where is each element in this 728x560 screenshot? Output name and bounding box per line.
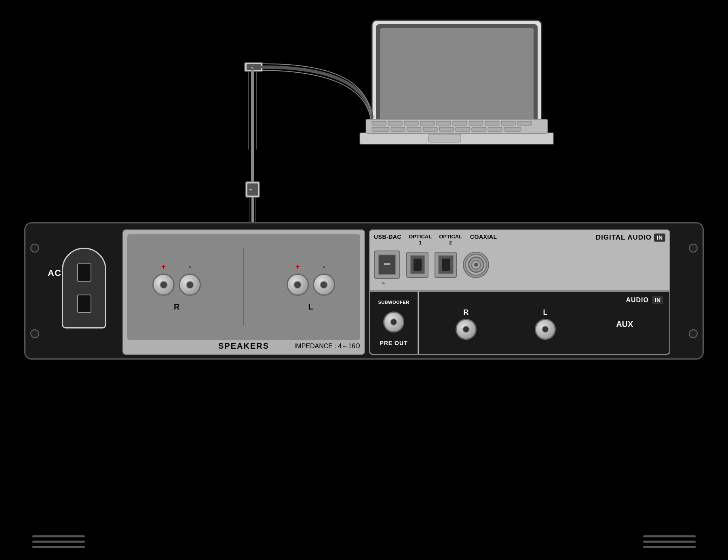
svg-rect-22 (488, 127, 502, 131)
svg-rect-14 (517, 121, 532, 125)
optical2-hole (442, 259, 450, 271)
svg-rect-8 (420, 121, 435, 125)
usb-b-inner: ▬ (378, 255, 396, 275)
terminal-group-l: + - L (287, 263, 335, 312)
digital-section: USB-DAC OPTICAL1 OPTICAL2 COAXIAL ▬ (369, 229, 670, 355)
svg-rect-26 (247, 64, 261, 70)
svg-rect-18 (423, 127, 437, 131)
svg-rect-5 (372, 121, 386, 125)
rca-r-label: R (463, 308, 468, 317)
bottom-lines-left (32, 535, 85, 548)
svg-rect-0 (372, 20, 542, 133)
audio-in-section: AUDIO IN R L AUX (419, 291, 669, 354)
svg-rect-7 (404, 121, 418, 125)
l-plus-knob[interactable] (287, 274, 309, 296)
pre-out-section: SUBWOOFER PRE OUT (370, 291, 418, 354)
optical1-port[interactable] (406, 252, 428, 278)
svg-rect-13 (501, 121, 515, 125)
svg-text:⌁: ⌁ (249, 186, 253, 193)
svg-rect-21 (472, 127, 486, 131)
speaker-terminals: + - R (127, 234, 360, 340)
digital-in-badge: IN (654, 234, 665, 242)
l-minus-knob[interactable] (313, 274, 335, 296)
r-plus-knob[interactable] (152, 274, 175, 296)
l-plus-label: + (295, 263, 300, 271)
audio-in-header: AUDIO IN (626, 296, 663, 304)
svg-rect-25 (245, 63, 263, 72)
svg-rect-11 (469, 121, 483, 125)
r-plus-label: + (162, 263, 166, 271)
svg-rect-4 (366, 119, 548, 133)
svg-rect-24 (428, 134, 461, 142)
l-minus-label: - (323, 263, 325, 271)
bottom-line-2 (32, 541, 85, 543)
svg-rect-15 (372, 127, 389, 131)
usb-dac-label: USB-DAC (374, 234, 401, 240)
svg-rect-17 (407, 127, 421, 131)
digital-audio-text: DIGITAL AUDIO (596, 234, 652, 242)
bottom-line-3 (32, 546, 85, 548)
r-minus-knob[interactable] (179, 274, 201, 296)
rca-l-knob[interactable] (535, 319, 556, 340)
rca-r-knob[interactable] (456, 319, 477, 340)
terminal-pair-r: + - (152, 263, 201, 296)
l-channel-label: L (308, 302, 313, 312)
ac-slot-bottom (77, 295, 91, 313)
svg-rect-10 (453, 121, 467, 125)
bottom-lines-right (643, 535, 696, 548)
svg-rect-32 (247, 183, 258, 196)
ac-in-section: AC IN (46, 236, 118, 345)
ac-slot-top (77, 263, 91, 282)
usb-b-port-hole: ▬ (379, 255, 395, 267)
rca-inputs-row: R L AUX (425, 308, 663, 340)
speakers-section: + - R (122, 229, 365, 355)
svg-rect-12 (485, 121, 499, 125)
input-ports-area: USB-DAC OPTICAL1 OPTICAL2 COAXIAL ▬ (370, 230, 669, 291)
audio-label: AUDIO (626, 297, 649, 304)
r-minus-label: - (189, 263, 191, 271)
svg-rect-9 (437, 121, 451, 125)
svg-rect-2 (380, 28, 534, 125)
screw-bottom-left (30, 329, 39, 338)
audio-in-badge: IN (652, 296, 663, 304)
rca-r-group: R (456, 308, 477, 340)
usb-symbol-port: ⌁ (381, 279, 385, 287)
screw-top-left (30, 244, 39, 253)
svg-rect-3 (360, 133, 554, 145)
ac-connector (62, 248, 106, 328)
optical2-label: OPTICAL2 (439, 234, 462, 246)
terminal-group-r: + - R (152, 263, 201, 312)
svg-rect-20 (456, 127, 470, 131)
svg-rect-6 (388, 121, 402, 125)
svg-rect-16 (391, 127, 405, 131)
bottom-line-5 (643, 541, 696, 543)
bottom-line-4 (643, 535, 696, 537)
pre-out-label: PRE OUT (380, 340, 407, 346)
digital-audio-header: DIGITAL AUDIO IN (596, 234, 665, 242)
optical1-hole (414, 259, 422, 271)
svg-rect-23 (504, 127, 521, 131)
speakers-label: SPEAKERS (218, 341, 269, 351)
subwoofer-rca-knob[interactable] (383, 312, 404, 333)
coaxial-port[interactable] (463, 252, 489, 278)
optical2-port[interactable] (435, 252, 457, 278)
optical1-label: OPTICAL1 (409, 234, 432, 246)
subwoofer-rca-inner (390, 318, 397, 326)
usb-dac-port[interactable]: ▬ (374, 251, 400, 279)
coaxial-label: COAXIAL (469, 234, 498, 240)
amplifier-body: AC IN + - (24, 222, 704, 360)
bottom-line-6 (643, 546, 696, 548)
rca-l-label: L (543, 308, 547, 317)
r-channel-label: R (174, 302, 179, 312)
bottom-line-1 (32, 535, 85, 537)
screw-top-right (689, 244, 698, 253)
terminal-pair-l: + - (287, 263, 335, 296)
svg-rect-1 (376, 24, 538, 129)
screw-bottom-right (689, 329, 698, 338)
svg-rect-31 (246, 182, 260, 197)
impedance-label: IMPEDANCE : 4～16Ω (294, 342, 360, 351)
svg-rect-19 (439, 127, 454, 131)
subwoofer-label: SUBWOOFER (378, 300, 409, 305)
svg-text:⌁: ⌁ (251, 65, 253, 71)
rca-l-group: L (535, 308, 556, 340)
